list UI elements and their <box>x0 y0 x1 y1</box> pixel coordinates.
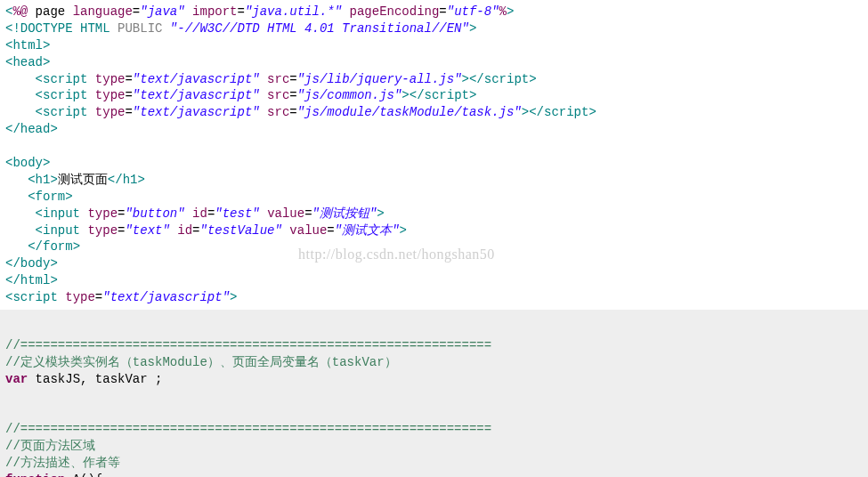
js-source-block: //======================================… <box>0 310 868 477</box>
html-close-tag: </html> <box>5 273 58 287</box>
body-close-tag: </body> <box>5 256 58 271</box>
jsp-directive: <%@ <box>5 4 28 19</box>
html-open-tag: <html> <box>5 38 50 53</box>
head-close-tag: </head> <box>5 122 58 136</box>
head-open-tag: <head> <box>5 55 50 69</box>
separator-comment: //======================================… <box>5 338 491 352</box>
separator-comment: //======================================… <box>5 422 491 436</box>
page-method-comment: //页面方法区域 <box>5 439 95 453</box>
doctype: <!DOCTYPE HTML <box>5 21 110 36</box>
body-open-tag: <body> <box>5 156 50 170</box>
function-keyword: function <box>5 473 65 477</box>
jsp-source-block: <%@ page language="java" import="java.ut… <box>0 0 868 310</box>
method-desc-comment: //方法描述、作者等 <box>5 456 120 470</box>
module-def-comment: //定义模块类实例名（taskModule）、页面全局变量名（taskVar） <box>5 355 397 369</box>
h1-text: 测试页面 <box>58 173 108 187</box>
var-keyword: var <box>5 372 28 386</box>
